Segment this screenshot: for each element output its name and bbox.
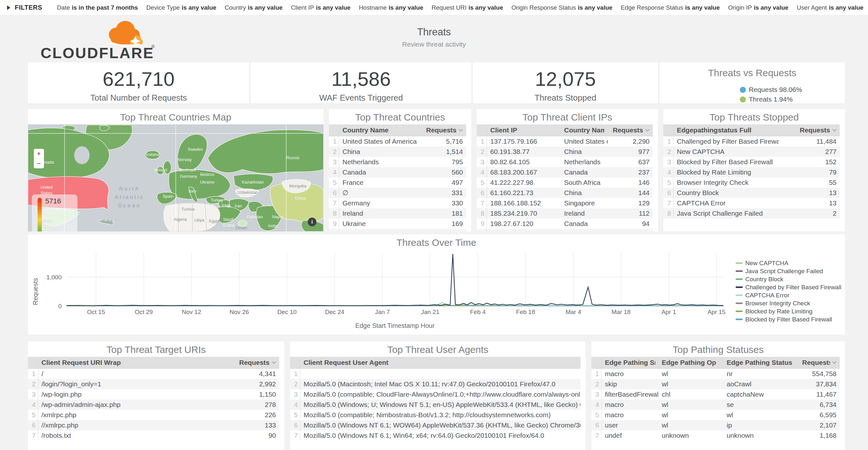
table-cell: 330 <box>418 198 466 208</box>
row-number: 7 <box>329 198 339 208</box>
row-number: 3 <box>329 157 339 167</box>
table-rows: 1/4,3412/login/?login_only=12,9923/wp-lo… <box>28 369 279 441</box>
filter-field: Date <box>57 4 70 11</box>
chart-legend-item[interactable]: Blocked by Filter Based Firewall <box>736 316 841 322</box>
filter-item[interactable]: Request URIis any value <box>431 4 503 11</box>
filter-item[interactable]: Origin IPis any value <box>728 4 788 11</box>
legend-item[interactable]: Threats 1.94% <box>740 95 802 103</box>
chart-legend-item[interactable]: Browser Integrity Check <box>736 300 841 306</box>
column-header[interactable]: Requests <box>799 357 840 368</box>
filter-item[interactable]: User Agentis any value <box>797 4 864 11</box>
map-country-label: Norway <box>178 157 192 162</box>
filter-item[interactable]: Origin Response Statusis any value <box>512 4 612 11</box>
top-pathing-statuses-panel: Top Pathing Statuses Edge Pathing SrcEdg… <box>591 341 845 450</box>
table-row: 3Netherlands795 <box>329 157 466 167</box>
map-country-label: United <box>40 185 53 190</box>
map-country-label: Sweden <box>188 147 203 152</box>
column-header-label: Requests <box>613 124 643 136</box>
map-country-label: Libya <box>194 218 204 222</box>
table-cell: wl <box>658 410 723 420</box>
column-header[interactable]: Requests <box>229 357 279 368</box>
filter-item[interactable]: Dateis in the past 7 months <box>57 4 138 11</box>
map-country-label: Oman <box>236 225 247 230</box>
table-cell: 169 <box>418 218 466 229</box>
table-cell: 152 <box>779 157 840 167</box>
stat-label: WAF Events Triggered <box>251 93 471 103</box>
table-cell: 554,758 <box>799 369 840 379</box>
table-cell: 5,716 <box>418 136 466 147</box>
row-number: 4 <box>477 167 487 177</box>
panel-title: Top Threat Countries <box>329 109 471 124</box>
column-header-label: Requests <box>800 124 830 136</box>
row-number-header <box>591 357 602 368</box>
map-country-label: India <box>268 223 278 228</box>
column-header[interactable]: Requests <box>608 124 653 136</box>
filter-item[interactable]: Device Typeis any value <box>146 4 216 11</box>
map-legend-max: 5716 <box>45 197 61 205</box>
map-country-label: Denmark <box>179 168 196 172</box>
table-cell: 90 <box>229 430 279 441</box>
legend-item[interactable]: Requests 98.06% <box>740 86 802 94</box>
legend-chip-icon <box>736 302 743 304</box>
world-map[interactable]: CanadaUnitedStatesMexicoCubaIcelandIrela… <box>28 124 323 232</box>
table-cell: skip <box>602 379 658 389</box>
map-country-label: Tunisia <box>181 207 195 211</box>
filter-condition: is any value <box>685 4 720 11</box>
chart-legend-item[interactable]: Java Script Challenge Failed <box>736 268 841 274</box>
column-header-label: Requests <box>426 124 457 136</box>
legend-chip-icon <box>736 262 743 264</box>
row-number: 7 <box>290 430 300 441</box>
legend-label: Challenged by Filter Based Firewall <box>745 284 841 291</box>
filter-item[interactable]: Countryis any value <box>224 4 282 11</box>
zoom-out-button[interactable]: − <box>34 158 44 169</box>
table-row: 5France497 <box>329 177 466 188</box>
chart-legend-item[interactable]: Country Block <box>736 276 841 282</box>
table-row: 1137.175.79.166United States of America2… <box>477 136 653 147</box>
map-country-label: Iraq <box>222 203 229 208</box>
column-header: Country Name <box>561 124 608 136</box>
filter-item[interactable]: Hostnameis any value <box>359 4 423 11</box>
y-axis-label: Requests <box>32 278 39 305</box>
map-country-label: Pakistan <box>247 214 263 219</box>
chart-legend-item[interactable]: Blocked by Rate Limiting <box>736 308 841 314</box>
row-number-header <box>28 357 38 368</box>
chart-legend-item[interactable]: Challenged by Filter Based Firewall <box>736 284 841 290</box>
table-cell: 13 <box>779 198 840 208</box>
filter-field: User Agent <box>797 4 827 11</box>
table-cell: 237 <box>608 167 653 177</box>
table-row: 1061.160.247.127China88 <box>477 229 653 232</box>
column-header[interactable]: Requests <box>779 124 840 136</box>
row-number: 4 <box>591 399 602 410</box>
stat-value: 11,586 <box>251 67 471 90</box>
row-number-header <box>663 124 674 136</box>
filters-toggle[interactable]: FILTERS <box>7 4 42 11</box>
zoom-in-button[interactable]: + <box>34 149 44 158</box>
row-number: 2 <box>663 147 674 157</box>
table-row: 4Canada560 <box>329 167 466 177</box>
table-cell: South Africa <box>561 177 608 188</box>
filter-items: Dateis in the past 7 monthsDevice Typeis… <box>57 4 868 11</box>
table-cell: 277 <box>779 147 840 157</box>
filter-item[interactable]: Client IPis any value <box>291 4 351 11</box>
table-cell: / <box>38 369 229 379</box>
table-cell: /robots.txt <box>38 430 229 441</box>
map-info-button[interactable]: i <box>308 218 316 226</box>
table-cell: 146 <box>608 177 653 188</box>
table-cell: 11,484 <box>779 136 840 147</box>
row-number: 6 <box>290 420 300 430</box>
column-header[interactable]: Requests <box>418 124 466 136</box>
column-header-label: Requests <box>239 357 270 368</box>
table-cell: 144 <box>608 188 653 198</box>
chart-legend-item[interactable]: CAPTCHA Error <box>736 292 841 298</box>
filter-item[interactable]: Edge Response Statusis any value <box>621 4 720 11</box>
chart-legend-item[interactable]: New CAPTCHA <box>736 260 841 266</box>
filter-condition: is any value <box>754 4 788 11</box>
x-tick-label: Mar 18 <box>612 308 630 315</box>
map-country-label: Cuba <box>102 219 113 224</box>
table-cell: China <box>561 188 608 198</box>
row-number: 4 <box>329 167 339 177</box>
column-header: Edge Pathing Op <box>658 357 723 368</box>
table-row: 5/xmlrpc.php226 <box>28 410 279 420</box>
table-cell: /wp-login.php <box>38 389 229 399</box>
filter-condition: is any value <box>389 4 424 11</box>
